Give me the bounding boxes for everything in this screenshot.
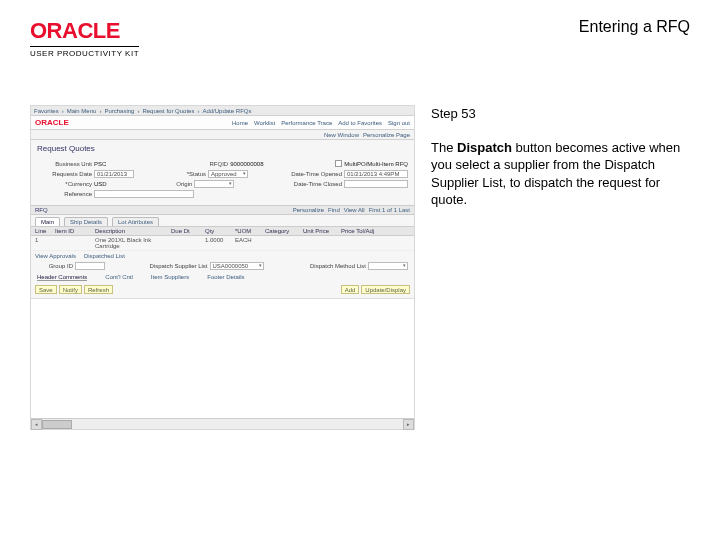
tab-footer-details[interactable]: Footer Details	[207, 274, 244, 281]
lbl-origin: Origin	[142, 181, 192, 187]
breadcrumb: Favorites› Main Menu› Purchasing› Reques…	[31, 106, 414, 116]
dispatched-list-link[interactable]: Dispatched List	[84, 253, 125, 259]
lbl-dt-opened: Date-Time Opened	[270, 171, 342, 177]
personalize-link[interactable]: Personalize	[293, 207, 324, 213]
bc-item[interactable]: Favorites	[34, 108, 59, 114]
notify-button[interactable]: Notify	[59, 285, 82, 294]
tab-contl-cntl[interactable]: Cont'l Cntl	[105, 274, 133, 281]
view-approvals-link[interactable]: View Approvals	[35, 253, 76, 259]
form-area: Business Unit PSC RFQID 9000000008 Multi…	[31, 157, 414, 205]
nav-add-fav[interactable]: Add to Favorites	[338, 120, 382, 126]
inp-group-id[interactable]	[75, 262, 105, 270]
lbl-currency: *Currency	[37, 181, 92, 187]
col-item-id: Item ID	[55, 228, 89, 234]
view-all-link[interactable]: View All	[344, 207, 365, 213]
val-rfqid: 9000000008	[230, 161, 263, 167]
lbl-business-unit: Business Unit	[37, 161, 92, 167]
screenshot-panel: Favorites› Main Menu› Purchasing› Reques…	[30, 105, 415, 430]
refresh-button[interactable]: Refresh	[84, 285, 113, 294]
mid-links: View Approvals Dispatched List	[31, 251, 414, 261]
col-line: Line	[35, 228, 49, 234]
col-price-tol: Price Tol/Adj	[341, 228, 410, 234]
inp-dt-opened[interactable]: 01/21/2013 4:49PM	[344, 170, 408, 178]
lbl-group-id: Group ID	[37, 263, 73, 269]
cell-item-id[interactable]	[55, 237, 89, 249]
sel-dispatch-supplier[interactable]: USA0000050	[210, 262, 264, 270]
sub-bar: New Window Personalize Page	[31, 130, 414, 140]
inp-dt-closed[interactable]	[344, 180, 408, 188]
col-category: Category	[265, 228, 297, 234]
val-currency: USD	[94, 181, 107, 187]
bc-item[interactable]: Purchasing	[104, 108, 134, 114]
grid-counter: First 1 of 1 Last	[369, 207, 410, 213]
cell-category[interactable]	[265, 237, 297, 249]
new-window-link[interactable]: New Window	[324, 132, 359, 138]
lbl-request-date: Requests Date	[37, 171, 92, 177]
lbl-reference: Reference	[37, 191, 92, 197]
cell-price-tol[interactable]	[341, 237, 410, 249]
scroll-right-icon[interactable]: ▸	[403, 419, 414, 430]
lbl-rfqid: RFQID	[178, 161, 228, 167]
sel-origin[interactable]	[194, 180, 234, 188]
cell-due-dt[interactable]	[171, 237, 199, 249]
logo-block: ORACLE USER PRODUCTIVITY KIT	[30, 18, 139, 58]
step-body: The Dispatch button becomes active when …	[431, 139, 690, 209]
nav-sign-out[interactable]: Sign out	[388, 120, 410, 126]
cell-qty[interactable]: 1.0000	[205, 237, 229, 249]
update-display-button[interactable]: Update/Display	[361, 285, 410, 294]
app-screenshot: Favorites› Main Menu› Purchasing› Reques…	[30, 105, 415, 430]
tab-lot-attributes[interactable]: Lot Attributes	[112, 217, 159, 226]
lbl-dt-closed: Date-Time Closed	[270, 181, 342, 187]
grid-title: RFQ	[35, 207, 48, 213]
horizontal-scrollbar[interactable]: ◂ ▸	[31, 418, 414, 429]
cell-line: 1	[35, 237, 49, 249]
grid-header: Line Item ID Description Due Dt Qty *UOM…	[31, 226, 414, 236]
save-button[interactable]: Save	[35, 285, 57, 294]
find-link[interactable]: Find	[328, 207, 340, 213]
scroll-left-icon[interactable]: ◂	[31, 419, 42, 430]
tab-header-comments[interactable]: Header Comments	[37, 274, 87, 281]
inp-reference[interactable]	[94, 190, 194, 198]
oracle-logo: ORACLE	[30, 18, 139, 44]
personalize-page-link[interactable]: Personalize Page	[363, 132, 410, 138]
section-title: Request Quotes	[31, 140, 414, 157]
add-button[interactable]: Add	[341, 285, 360, 294]
bc-item[interactable]: Request for Quotes	[142, 108, 194, 114]
col-description: Description	[95, 228, 165, 234]
footer-tabs: Header Comments Cont'l Cntl Item Supplie…	[31, 271, 414, 281]
sel-status[interactable]: Approved	[208, 170, 248, 178]
grid-toolbar: RFQ Personalize Find View All First 1 of…	[31, 205, 414, 215]
chk-multi-po[interactable]	[335, 160, 342, 167]
col-uom: *UOM	[235, 228, 259, 234]
scroll-track[interactable]	[42, 419, 403, 430]
bottom-buttons: Save Notify Refresh Add Update/Display	[31, 281, 414, 298]
lbl-multi-po: MultiPO/Multi-Item RFQ	[344, 161, 408, 167]
nav-perf-trace[interactable]: Performance Trace	[281, 120, 332, 126]
col-due-dt: Due Dt	[171, 228, 199, 234]
blank-area	[31, 298, 414, 418]
lbl-dispatch-method: Dispatch Method List	[288, 263, 366, 269]
col-qty: Qty	[205, 228, 229, 234]
brand-bar: ORACLE Home Worklist Performance Trace A…	[31, 116, 414, 130]
tab-ship-details[interactable]: Ship Details	[64, 217, 108, 226]
scroll-thumb[interactable]	[42, 420, 72, 429]
dispatch-bold: Dispatch	[457, 140, 512, 155]
cell-description[interactable]: One 201XL Black Ink Cartridge	[95, 237, 165, 249]
cell-unit-price[interactable]	[303, 237, 335, 249]
val-business-unit: PSC	[94, 161, 106, 167]
tab-main[interactable]: Main	[35, 217, 60, 226]
col-unit-price: Unit Price	[303, 228, 335, 234]
grid-tabs: Main Ship Details Lot Attributes	[31, 215, 414, 226]
instruction-panel: Step 53 The Dispatch button becomes acti…	[431, 105, 690, 430]
tab-item-suppliers[interactable]: Item Suppliers	[151, 274, 189, 281]
table-row[interactable]: 1 One 201XL Black Ink Cartridge 1.0000 E…	[31, 236, 414, 251]
inp-request-date[interactable]: 01/21/2013	[94, 170, 134, 178]
sel-dispatch-method[interactable]	[368, 262, 408, 270]
bc-item[interactable]: Add/Update RFQs	[202, 108, 251, 114]
cell-uom[interactable]: EACH	[235, 237, 259, 249]
lbl-dispatch-supplier: Dispatch Supplier List	[130, 263, 208, 269]
nav-home[interactable]: Home	[232, 120, 248, 126]
bc-item[interactable]: Main Menu	[67, 108, 97, 114]
lbl-status: *Status	[156, 171, 206, 177]
nav-worklist[interactable]: Worklist	[254, 120, 275, 126]
